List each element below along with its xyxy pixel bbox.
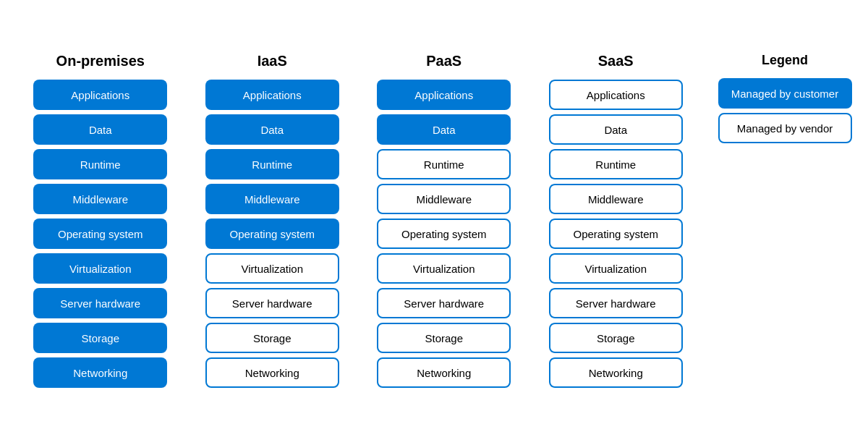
header-paas: PaaS [426,53,461,69]
column-on-premises: On-premisesApplicationsDataRuntimeMiddle… [14,53,187,392]
cell-iaas-server-hardware: Server hardware [205,288,339,318]
cell-on-premises-runtime: Runtime [33,149,167,179]
cell-saas-operating-system: Operating system [549,219,683,249]
cell-iaas-data: Data [205,114,339,145]
legend-column: LegendManaged by customerManaged by vend… [702,53,854,155]
cell-paas-operating-system: Operating system [377,219,511,249]
cell-paas-networking: Networking [377,357,511,388]
legend-title: Legend [762,53,808,68]
cell-saas-applications: Applications [549,80,683,110]
cell-iaas-networking: Networking [205,357,339,388]
column-iaas: IaaSApplicationsDataRuntimeMiddlewareOpe… [187,53,359,392]
header-on-premises: On-premises [56,53,145,69]
cell-paas-runtime: Runtime [377,149,511,179]
column-paas: PaaSApplicationsDataRuntimeMiddlewareOpe… [358,53,530,392]
cell-iaas-middleware: Middleware [205,184,339,214]
cell-iaas-storage: Storage [205,323,339,353]
cell-saas-runtime: Runtime [549,149,683,179]
cell-iaas-operating-system: Operating system [205,219,339,249]
legend-item-managed-by-vendor: Managed by vendor [718,113,852,143]
cell-iaas-virtualization: Virtualization [205,253,339,284]
cell-saas-data: Data [549,114,683,145]
cell-on-premises-data: Data [33,114,167,145]
cell-paas-data: Data [377,114,511,145]
cell-saas-middleware: Middleware [549,184,683,214]
cell-paas-middleware: Middleware [377,184,511,214]
header-iaas: IaaS [258,53,287,69]
cell-paas-server-hardware: Server hardware [377,288,511,318]
cell-on-premises-server-hardware: Server hardware [33,288,167,318]
cell-on-premises-virtualization: Virtualization [33,253,167,284]
legend-item-managed-by-customer: Managed by customer [718,78,852,109]
column-saas: SaaSApplicationsDataRuntimeMiddlewareOpe… [530,53,702,392]
cell-on-premises-storage: Storage [33,323,167,353]
cell-paas-storage: Storage [377,323,511,353]
cell-iaas-runtime: Runtime [205,149,339,179]
cell-on-premises-operating-system: Operating system [33,219,167,249]
cell-saas-virtualization: Virtualization [549,253,683,284]
main-container: On-premisesApplicationsDataRuntimeMiddle… [0,31,868,414]
header-saas: SaaS [598,53,634,69]
cell-on-premises-middleware: Middleware [33,184,167,214]
cell-saas-networking: Networking [549,357,683,388]
cell-saas-server-hardware: Server hardware [549,288,683,318]
cell-paas-applications: Applications [377,80,511,110]
cell-on-premises-networking: Networking [33,357,167,388]
cell-iaas-applications: Applications [205,80,339,110]
cell-saas-storage: Storage [549,323,683,353]
cell-paas-virtualization: Virtualization [377,253,511,284]
cell-on-premises-applications: Applications [33,80,167,110]
